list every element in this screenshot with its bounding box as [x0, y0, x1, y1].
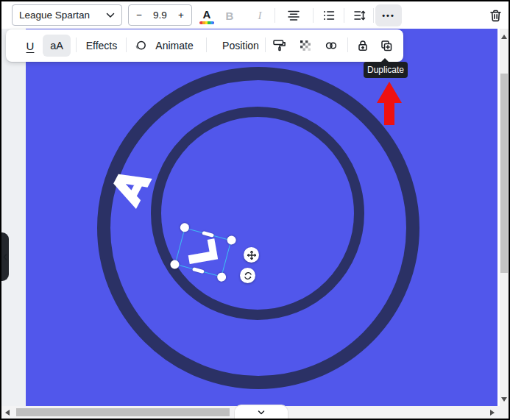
line-spacing-icon — [353, 9, 366, 22]
duplicate-icon — [380, 39, 393, 52]
paint-roller-icon — [272, 38, 287, 53]
list-button[interactable] — [318, 4, 340, 26]
canva-editor-window: League Spartan − 9.9 + A B I — [0, 0, 510, 420]
vertical-scrollbar-thumb[interactable] — [500, 74, 508, 273]
scroll-left-arrow[interactable] — [5, 410, 10, 416]
vertical-scrollbar[interactable] — [500, 29, 509, 406]
red-annotation-arrow — [372, 77, 408, 129]
toolbar-divider — [344, 8, 344, 23]
font-selector[interactable]: League Spartan — [12, 4, 122, 26]
scrollbar-corner — [500, 406, 509, 419]
copy-style-button[interactable] — [269, 35, 290, 57]
effects-button[interactable]: Effects — [79, 35, 124, 57]
delete-button[interactable] — [484, 4, 506, 26]
text-case-button[interactable]: aA — [43, 35, 71, 57]
tooltip-text: Duplicate — [367, 65, 404, 75]
rainbow-color-bar — [199, 21, 214, 24]
rotate-arrows-icon — [243, 271, 253, 281]
more-options-button[interactable]: ••• — [375, 4, 402, 26]
underline-button[interactable]: U — [21, 35, 40, 57]
font-size-value[interactable]: 9.9 — [149, 10, 170, 21]
toolbar-divider — [126, 38, 127, 52]
animate-button[interactable]: Animate — [150, 35, 199, 57]
move-arrows-icon — [247, 250, 257, 260]
editor-background-strip — [1, 29, 26, 406]
text-color-button[interactable]: A — [196, 4, 218, 26]
toolbar-divider — [265, 38, 266, 52]
toolbar-divider — [275, 8, 275, 23]
transparency-button[interactable] — [295, 35, 316, 57]
position-button[interactable]: Position — [217, 35, 264, 57]
bold-button[interactable]: B — [220, 4, 239, 26]
horizontal-scrollbar-thumb[interactable] — [16, 408, 230, 416]
toolbar-divider — [206, 38, 207, 52]
design-canvas[interactable]: A L — [26, 29, 497, 406]
align-center-icon — [287, 9, 300, 22]
page-collapse-handle[interactable] — [234, 405, 288, 419]
lock-button[interactable] — [353, 35, 373, 57]
bulleted-list-icon — [322, 9, 336, 22]
line-spacing-button[interactable] — [349, 4, 371, 26]
context-toolbar: U aA Effects Animate Position — [6, 29, 403, 62]
text-align-button[interactable] — [283, 4, 305, 26]
scroll-down-arrow[interactable] — [501, 397, 507, 402]
chevron-left-icon — [3, 254, 7, 260]
text-color-letter: A — [203, 10, 211, 20]
toolbar-divider — [347, 38, 348, 52]
scroll-right-arrow[interactable] — [490, 410, 495, 416]
trash-icon — [489, 9, 503, 23]
font-size-decrease-button[interactable]: − — [129, 10, 149, 21]
toolbar-divider — [373, 8, 374, 23]
move-button[interactable] — [244, 247, 259, 263]
link-button[interactable] — [321, 35, 341, 57]
animate-icon — [132, 35, 149, 57]
chevron-down-icon — [258, 410, 265, 416]
font-size-stepper: − 9.9 + — [128, 4, 192, 26]
chevron-down-icon — [106, 13, 115, 18]
font-size-increase-button[interactable]: + — [171, 10, 191, 21]
chain-link-icon — [325, 39, 338, 52]
circle-rings-graphic — [26, 29, 497, 406]
duplicate-tooltip: Duplicate — [364, 62, 408, 78]
toolbar-divider — [313, 8, 314, 23]
checkerboard-icon — [299, 39, 312, 52]
font-selector-value: League Spartan — [19, 10, 90, 21]
padlock-icon — [356, 39, 369, 52]
scroll-up-arrow[interactable] — [501, 35, 507, 39]
rotate-button[interactable] — [240, 268, 255, 283]
toolbar-divider — [76, 38, 77, 52]
duplicate-button[interactable] — [376, 35, 397, 57]
tooltip-pointer — [380, 58, 389, 63]
collapse-panel-tab[interactable] — [1, 232, 9, 281]
top-toolbar: League Spartan − 9.9 + A B I — [1, 1, 509, 29]
italic-button[interactable]: I — [251, 4, 269, 26]
